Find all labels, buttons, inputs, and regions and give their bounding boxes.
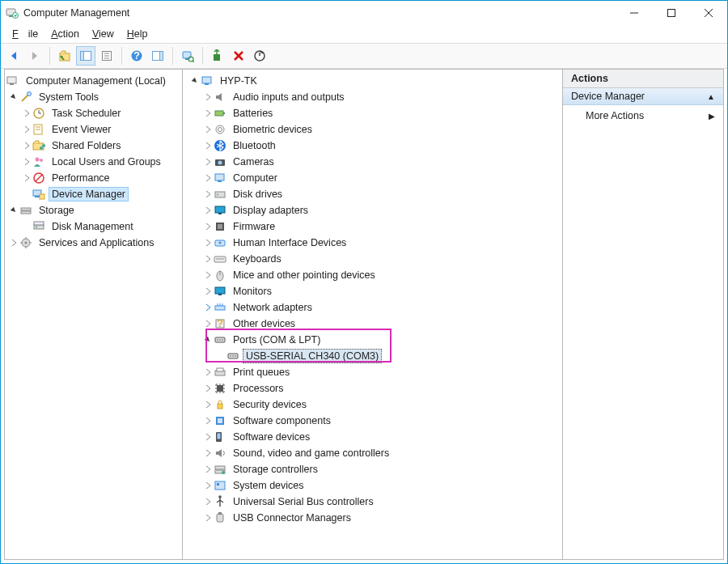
expand-icon[interactable] bbox=[202, 91, 214, 103]
expand-icon[interactable] bbox=[202, 415, 214, 426]
device-category[interactable]: Firmware bbox=[183, 218, 561, 235]
tree-shared-folders[interactable]: Shared Folders bbox=[5, 138, 180, 154]
device-category[interactable]: Biometric devices bbox=[183, 121, 561, 138]
device-category[interactable]: USB Connector Managers bbox=[183, 510, 561, 526]
device-category[interactable]: Security devices bbox=[183, 396, 561, 413]
actions-more[interactable]: More Actions ▶ bbox=[563, 105, 723, 126]
expand-icon[interactable] bbox=[21, 140, 32, 151]
collapse-icon[interactable] bbox=[202, 334, 214, 346]
tree-local-users[interactable]: Local Users and Groups bbox=[5, 154, 180, 170]
expand-icon[interactable] bbox=[202, 399, 214, 410]
expand-icon[interactable] bbox=[202, 221, 214, 232]
maximize-button[interactable] bbox=[653, 1, 690, 25]
show-hide-action-button[interactable] bbox=[148, 46, 167, 66]
device-category[interactable]: Sound, video and game controllers bbox=[183, 445, 561, 461]
device-tree-pane[interactable]: HYP-TK Audio inputs and outputsBatteries… bbox=[182, 69, 562, 560]
scan-hardware-button[interactable] bbox=[178, 46, 197, 66]
tree-event-viewer[interactable]: Event Viewer bbox=[5, 121, 180, 138]
expand-icon[interactable] bbox=[8, 91, 19, 103]
close-button[interactable] bbox=[690, 1, 727, 25]
device-category[interactable]: Software components bbox=[183, 413, 561, 429]
expand-icon[interactable] bbox=[202, 237, 214, 248]
expand-icon[interactable] bbox=[21, 108, 32, 119]
device-category[interactable]: Processors bbox=[183, 380, 561, 396]
tree-root[interactable]: Computer Management (Local) bbox=[5, 73, 180, 89]
expand-icon[interactable] bbox=[8, 205, 19, 216]
tree-device-manager[interactable]: Device Manager bbox=[5, 186, 180, 202]
expand-icon[interactable] bbox=[21, 172, 32, 184]
tree-services-apps[interactable]: Services and Applications bbox=[5, 235, 180, 251]
expand-icon[interactable] bbox=[202, 447, 214, 459]
device-category[interactable]: Bluetooth bbox=[183, 138, 561, 154]
expand-icon[interactable] bbox=[202, 156, 214, 168]
expand-icon[interactable] bbox=[202, 172, 214, 184]
expand-icon[interactable] bbox=[202, 431, 214, 443]
device-category[interactable]: Software devices bbox=[183, 429, 561, 445]
forward-button[interactable] bbox=[25, 46, 44, 66]
expand-icon[interactable] bbox=[202, 253, 214, 265]
console-tree-pane[interactable]: Computer Management (Local) System Tools… bbox=[4, 69, 182, 560]
expand-icon[interactable] bbox=[202, 480, 214, 491]
device-item-selected[interactable]: USB-SERIAL CH340 (COM3) bbox=[183, 348, 561, 364]
expand-icon[interactable] bbox=[202, 367, 214, 378]
device-category[interactable]: System devices bbox=[183, 477, 561, 494]
expand-icon[interactable] bbox=[8, 237, 19, 248]
expand-icon[interactable] bbox=[202, 302, 214, 313]
expand-icon[interactable] bbox=[202, 108, 214, 119]
device-category[interactable]: Monitors bbox=[183, 283, 561, 299]
show-hide-tree-button[interactable] bbox=[76, 46, 95, 66]
expand-icon[interactable] bbox=[202, 269, 214, 281]
expand-icon[interactable] bbox=[21, 156, 32, 168]
properties-button[interactable] bbox=[97, 46, 116, 66]
menu-action[interactable]: Action bbox=[46, 28, 84, 40]
device-category[interactable]: Computer bbox=[183, 170, 561, 186]
device-category[interactable]: Display adapters bbox=[183, 202, 561, 218]
tree-task-scheduler[interactable]: Task Scheduler bbox=[5, 105, 180, 121]
up-button[interactable] bbox=[55, 46, 74, 66]
expand-icon[interactable] bbox=[202, 383, 214, 394]
svg-rect-57 bbox=[215, 192, 225, 197]
minimize-button[interactable] bbox=[616, 1, 653, 25]
device-category[interactable]: Print queues bbox=[183, 364, 561, 380]
menu-file[interactable]: File bbox=[7, 28, 43, 40]
device-category[interactable]: Universal Serial Bus controllers bbox=[183, 494, 561, 510]
help-button[interactable]: ? bbox=[127, 46, 146, 66]
expand-icon[interactable] bbox=[202, 124, 214, 135]
expand-icon[interactable] bbox=[202, 205, 214, 216]
menu-view[interactable]: View bbox=[87, 28, 119, 40]
expand-icon[interactable] bbox=[202, 512, 214, 524]
device-category[interactable]: ?Other devices bbox=[183, 316, 561, 332]
svg-point-54 bbox=[218, 161, 222, 165]
device-category[interactable]: Audio inputs and outputs bbox=[183, 89, 561, 105]
device-category[interactable]: Cameras bbox=[183, 154, 561, 170]
expand-icon[interactable] bbox=[21, 124, 32, 135]
disable-device-button[interactable] bbox=[250, 46, 269, 66]
tree-performance[interactable]: Performance bbox=[5, 170, 180, 186]
svg-point-64 bbox=[219, 242, 222, 244]
device-category[interactable]: Network adapters bbox=[183, 299, 561, 316]
update-driver-button[interactable] bbox=[208, 46, 227, 66]
device-category[interactable]: Batteries bbox=[183, 105, 561, 121]
back-button[interactable] bbox=[4, 46, 23, 66]
tree-storage[interactable]: Storage bbox=[5, 202, 180, 218]
expand-icon[interactable] bbox=[202, 189, 214, 200]
device-category[interactable]: Storage controllers bbox=[183, 461, 561, 477]
menu-help[interactable]: Help bbox=[122, 28, 153, 40]
device-category[interactable]: Human Interface Devices bbox=[183, 235, 561, 251]
tree-system-tools[interactable]: System Tools bbox=[5, 89, 180, 105]
expand-icon[interactable] bbox=[202, 140, 214, 151]
expand-icon[interactable] bbox=[202, 286, 214, 297]
collapse-icon[interactable] bbox=[189, 75, 201, 87]
uninstall-device-button[interactable] bbox=[229, 46, 248, 66]
device-root[interactable]: HYP-TK bbox=[183, 73, 561, 89]
device-category[interactable]: Mice and other pointing devices bbox=[183, 267, 561, 283]
expand-icon[interactable] bbox=[202, 318, 214, 329]
device-category[interactable]: Keyboards bbox=[183, 251, 561, 267]
tree-disk-management[interactable]: Disk Management bbox=[5, 218, 180, 235]
expand-icon[interactable] bbox=[202, 464, 214, 475]
svg-rect-41 bbox=[34, 225, 44, 229]
device-category[interactable]: Ports (COM & LPT) bbox=[183, 332, 561, 348]
actions-section[interactable]: Device Manager ▲ bbox=[563, 88, 723, 105]
expand-icon[interactable] bbox=[202, 496, 214, 507]
device-category[interactable]: Disk drives bbox=[183, 186, 561, 202]
